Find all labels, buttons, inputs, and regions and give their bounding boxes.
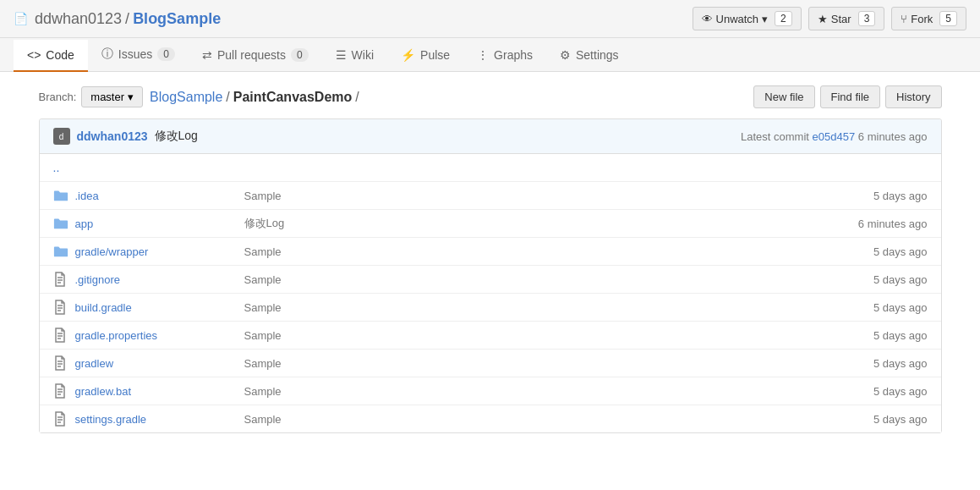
tab-pull-requests[interactable]: ⇄ Pull requests 0 [189,40,322,72]
table-row: settings.gradle Sample 5 days ago [40,405,941,432]
table-row: gradle.properties Sample 5 days ago [40,322,941,350]
folder-icon [53,188,68,203]
file-name[interactable]: gradle/wrapper [75,245,244,258]
table-row: .idea Sample 5 days ago [40,182,941,210]
file-icon [53,328,67,343]
main-content: Branch: master ▾ BlogSample / PaintCanva… [25,72,955,447]
breadcrumb-sep2: / [355,90,359,105]
file-table: d ddwhan0123 修改Log Latest commit e05d457… [39,118,942,433]
nav-tabs: <> Code ⓘ Issues 0 ⇄ Pull requests 0 ☰ W… [0,38,980,72]
table-row: gradle/wrapper Sample 5 days ago [40,238,941,266]
breadcrumb: BlogSample / PaintCanvasDemo / [150,90,359,105]
file-name[interactable]: gradlew [75,357,244,370]
star-label: Star [831,13,851,25]
file-time: 5 days ago [809,357,928,370]
file-name[interactable]: app [75,217,244,230]
tab-pulse-label: Pulse [420,48,450,62]
commit-header-right: Latest commit e05d457 6 minutes ago [741,130,927,143]
commit-message: 修改Log [155,129,198,144]
tab-wiki[interactable]: ☰ Wiki [322,40,387,72]
fork-label: Fork [911,13,933,25]
file-time: 5 days ago [809,385,928,398]
file-name[interactable]: settings.gradle [75,413,244,426]
tab-settings[interactable]: ⚙ Settings [546,40,632,72]
branch-button[interactable]: master ▾ [81,86,143,107]
file-icon [53,272,67,287]
breadcrumb-root[interactable]: BlogSample [150,90,222,105]
tab-graphs[interactable]: ⋮ Graphs [463,40,546,72]
commit-time: 6 minutes ago [858,130,928,143]
file-name[interactable]: .idea [75,190,244,202]
pulse-icon: ⚡ [401,48,415,62]
file-commit-msg: 修改Log [244,216,809,231]
file-commit-msg: Sample [244,329,809,342]
file-time: 5 days ago [809,329,928,342]
star-button[interactable]: ★ Star 3 [808,7,885,30]
file-icon [53,300,67,315]
file-time: 6 minutes ago [809,217,928,230]
fork-button[interactable]: ⑂ Fork 5 [891,7,966,30]
parent-row: .. [40,154,941,182]
file-commit-msg: Sample [244,245,809,258]
file-time: 5 days ago [809,273,928,286]
pull-requests-icon: ⇄ [202,48,212,62]
latest-commit-label: Latest commit [741,130,809,143]
commit-hash[interactable]: e05d457 [813,130,856,143]
unwatch-button[interactable]: 👁 Unwatch ▾ 2 [693,7,802,30]
wiki-icon: ☰ [336,48,347,62]
tab-code-label: Code [46,48,74,62]
tab-wiki-label: Wiki [352,48,374,62]
file-commit-msg: Sample [244,190,809,202]
file-icon [53,411,67,427]
tab-code[interactable]: <> Code [14,40,88,72]
tab-pulse[interactable]: ⚡ Pulse [387,40,463,72]
breadcrumb-folder[interactable]: PaintCanvasDemo [233,90,353,105]
branch-label: Branch: [39,91,77,103]
top-bar: 📄 ddwhan0123 / BlogSample 👁 Unwatch ▾ 2 … [0,0,980,38]
file-rows-container: .idea Sample 5 days ago app 修改Log 6 minu… [40,182,941,432]
parent-link[interactable]: .. [53,161,60,174]
file-time: 5 days ago [809,301,928,314]
find-file-button[interactable]: Find file [820,85,881,108]
fork-icon: ⑂ [901,13,907,25]
file-commit-msg: Sample [244,273,809,286]
table-row: gradlew.bat Sample 5 days ago [40,377,941,405]
repo-owner[interactable]: ddwhan0123 [35,10,122,28]
commit-header: d ddwhan0123 修改Log Latest commit e05d457… [40,119,941,154]
folder-icon [53,244,68,259]
history-button[interactable]: History [885,85,941,108]
graphs-icon: ⋮ [477,48,489,62]
tab-issues[interactable]: ⓘ Issues 0 [88,38,189,72]
avatar: d [53,128,70,145]
table-row: .gitignore Sample 5 days ago [40,266,941,294]
chevron-down-icon: ▾ [762,13,768,25]
file-name[interactable]: build.gradle [75,301,244,314]
file-commit-msg: Sample [244,385,809,398]
branch-selector: Branch: master ▾ [39,86,144,107]
file-name[interactable]: gradle.properties [75,329,244,342]
commit-header-left: d ddwhan0123 修改Log [53,128,198,145]
unwatch-count: 2 [775,11,792,26]
repo-icon: 📄 [14,12,28,25]
repo-title: 📄 ddwhan0123 / BlogSample [14,10,221,28]
new-file-button[interactable]: New file [753,85,814,108]
settings-icon: ⚙ [560,48,571,62]
eye-icon: 👁 [702,13,713,25]
table-row: build.gradle Sample 5 days ago [40,294,941,322]
commit-author[interactable]: ddwhan0123 [77,129,148,143]
file-commit-msg: Sample [244,301,809,314]
issues-badge: 0 [157,47,175,61]
repo-name[interactable]: BlogSample [133,10,221,28]
pull-requests-badge: 0 [291,48,309,62]
file-name[interactable]: gradlew.bat [75,385,244,398]
file-time: 5 days ago [809,413,928,426]
star-count: 3 [858,11,876,26]
repo-sep: / [125,10,129,28]
star-icon: ★ [818,13,828,25]
unwatch-label: Unwatch [716,13,759,25]
breadcrumb-bar: Branch: master ▾ BlogSample / PaintCanva… [39,85,942,108]
file-name[interactable]: .gitignore [75,273,244,286]
table-row: gradlew Sample 5 days ago [40,350,941,377]
branch-name: master [90,91,124,103]
action-buttons: 👁 Unwatch ▾ 2 ★ Star 3 ⑂ Fork 5 [693,7,966,30]
